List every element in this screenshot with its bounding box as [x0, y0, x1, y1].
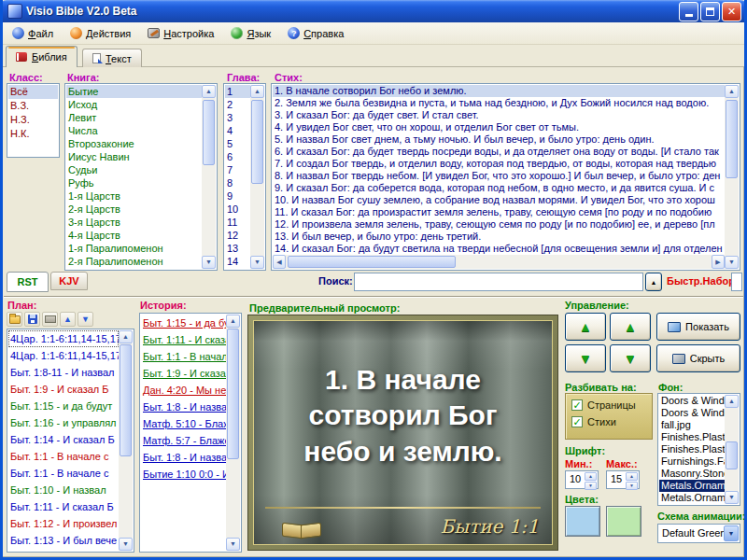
verse-hscrollbar[interactable]: ◀ ▶: [273, 255, 725, 269]
list-item[interactable]: Быт. 1:14 - И сказал Б: [8, 431, 119, 448]
close-button[interactable]: ✕: [722, 2, 741, 21]
list-item[interactable]: Doors & Window: [659, 407, 725, 419]
scroll-down-icon[interactable]: ▼: [250, 256, 264, 269]
list-item[interactable]: 13. И был вечер, и было утро: день трети…: [273, 231, 725, 243]
plan-open-button[interactable]: [7, 312, 22, 327]
color-swatch-green[interactable]: [606, 506, 641, 537]
scroll-thumb[interactable]: [251, 100, 263, 184]
scroll-up-icon[interactable]: ▲: [119, 330, 133, 343]
prev-verse-button[interactable]: ▲: [565, 313, 606, 341]
spin-down-icon[interactable]: ▼: [626, 482, 638, 490]
font-min-spinner[interactable]: 10 ▲▼: [565, 470, 599, 489]
list-item[interactable]: Всё: [8, 85, 58, 99]
title-bar[interactable]: Visio Bible V2.0 Beta ✕: [0, 0, 747, 22]
list-item[interactable]: 2-я Паралипоменон: [66, 255, 202, 268]
list-item[interactable]: Finishes.Plaster.: [659, 443, 725, 455]
list-item[interactable]: 9. И сказал Бог: да соберется вода, кото…: [273, 182, 725, 194]
list-item[interactable]: 13: [225, 242, 250, 255]
chapter-list[interactable]: 1234567891011121314 ▲ ▼: [223, 83, 266, 271]
plan-list[interactable]: 4Цар. 1:1-6:11,14-15,174Цар. 1:1-6:11,14…: [7, 329, 134, 553]
minimize-button[interactable]: [679, 2, 698, 21]
list-item[interactable]: 6: [225, 150, 250, 163]
list-item[interactable]: Дан. 4:20 - Мы не: [141, 382, 226, 399]
list-item[interactable]: Быт. 1:1 - В начале: [141, 348, 226, 365]
list-item[interactable]: 11. И сказал Бог: да произрастит земля з…: [273, 206, 725, 218]
hide-button[interactable]: Скрыть: [656, 344, 740, 372]
list-item[interactable]: Бытие: [66, 85, 202, 98]
list-item[interactable]: fall.jpg: [659, 419, 725, 431]
book-scrollbar[interactable]: ▲ ▼: [202, 85, 216, 269]
list-item[interactable]: 5. И назвал Бог свет днем, а тьму ночью.…: [273, 133, 725, 146]
maximize-button[interactable]: [700, 2, 720, 21]
scroll-thumb[interactable]: [726, 100, 738, 178]
list-item[interactable]: Матф. 5:7 - Блаженн: [141, 432, 226, 449]
tab-text[interactable]: Текст: [82, 49, 142, 67]
scroll-up-icon[interactable]: ▲: [725, 395, 739, 408]
scroll-thumb[interactable]: [288, 256, 456, 268]
list-item[interactable]: Masonry.Stone.I: [659, 468, 725, 480]
list-item[interactable]: Быт. 1:12 - И произвел: [8, 515, 119, 532]
list-item[interactable]: Левит: [66, 111, 202, 124]
list-item[interactable]: Бытие 1:10 0:0 - И н: [141, 466, 226, 483]
list-item[interactable]: Быт. 1:11 - И сказал Б: [8, 498, 119, 515]
list-item[interactable]: Быт. 1:11 - И сказал: [141, 331, 226, 348]
list-item[interactable]: Быт. 1:1 - В начале с: [8, 448, 119, 465]
list-item[interactable]: 2. Земля же была безвидна и пуста, и тьм…: [273, 97, 725, 109]
combo-arrow-icon[interactable]: ▼: [724, 525, 739, 541]
list-item[interactable]: Быт. 1:1 - В начале с: [8, 465, 119, 482]
plan-scrollbar[interactable]: ▲ ▼: [119, 330, 133, 551]
plan-save-button[interactable]: [24, 312, 40, 327]
menu-settings[interactable]: Настройка: [139, 25, 222, 42]
list-item[interactable]: 2-я Царств: [66, 203, 202, 216]
scroll-down-icon[interactable]: ▼: [119, 538, 133, 551]
tab-rst[interactable]: RST: [7, 272, 49, 292]
plan-move-up-button[interactable]: ▲: [60, 312, 76, 327]
list-item[interactable]: Быт. 1:15 - и да будут: [8, 398, 119, 414]
list-item[interactable]: Furnishings.Fabi: [659, 455, 725, 468]
class-list[interactable]: ВсёВ.З.Н.З.Н.К.: [7, 83, 60, 158]
list-item[interactable]: В.З.: [8, 99, 58, 113]
list-item[interactable]: Иисус Навин: [66, 150, 202, 163]
list-item[interactable]: 4Цар. 1:1-6:11,14-15,17: [8, 347, 119, 364]
plan-move-down-button[interactable]: ▼: [78, 312, 93, 327]
spin-down-icon[interactable]: ▼: [585, 482, 597, 490]
book-list[interactable]: БытиеИсходЛевитЧислаВторозакониеИисус На…: [64, 83, 218, 271]
list-item[interactable]: 1-я Паралипоменон: [66, 242, 202, 255]
verse-vscrollbar[interactable]: ▲ ▼: [725, 85, 739, 269]
list-item[interactable]: Судьи: [66, 163, 202, 176]
list-item[interactable]: Быт. 1:16 - и управлял: [8, 414, 119, 431]
list-item[interactable]: Быт. 1:8-11 - И назвал: [8, 364, 119, 381]
list-item[interactable]: 7. И создал Бог твердь, и отделил воду, …: [273, 158, 725, 170]
next-page-button[interactable]: ▼: [610, 344, 651, 372]
scroll-up-icon[interactable]: ▲: [725, 85, 739, 98]
list-item[interactable]: 14: [225, 255, 250, 268]
list-item[interactable]: 4: [225, 124, 250, 137]
list-item[interactable]: 4. И увидел Бог свет, что он хорош, и от…: [273, 121, 725, 133]
list-item[interactable]: Быт. 1:8 - И назвал: [141, 449, 226, 466]
scroll-left-icon[interactable]: ◀: [273, 255, 286, 269]
font-max-spinner[interactable]: 15 ▲▼: [606, 470, 640, 489]
animation-select[interactable]: Default Green ▼: [657, 524, 740, 543]
checkbox[interactable]: ✓: [571, 399, 583, 411]
scroll-down-icon[interactable]: ▼: [202, 256, 216, 269]
list-item[interactable]: Матф. 5:10 - Блажен: [141, 415, 226, 432]
tab-kjv[interactable]: KJV: [50, 272, 88, 290]
scroll-thumb[interactable]: [227, 329, 239, 459]
list-item[interactable]: 10: [225, 203, 250, 216]
spin-up-icon[interactable]: ▲: [585, 472, 597, 481]
next-verse-button[interactable]: ▼: [565, 344, 606, 372]
show-button[interactable]: Показать: [656, 313, 740, 341]
color-swatch-blue[interactable]: [565, 506, 600, 537]
list-item[interactable]: Finishes.Plaster.: [659, 431, 725, 443]
list-item[interactable]: Н.З.: [8, 113, 58, 127]
scroll-up-icon[interactable]: ▲: [202, 85, 216, 98]
scroll-thumb[interactable]: [726, 441, 738, 469]
list-item[interactable]: 4Цар. 1:1-6:11,14-15,17: [8, 330, 119, 347]
list-item[interactable]: Исход: [66, 98, 202, 111]
list-item[interactable]: 3: [225, 111, 250, 124]
list-item[interactable]: 12. И произвела земля зелень, траву, сею…: [273, 218, 725, 231]
list-item[interactable]: Быт. 1:8 - И назвал: [141, 399, 226, 415]
search-input[interactable]: [354, 273, 643, 291]
scroll-right-icon[interactable]: ▶: [712, 255, 725, 269]
list-item[interactable]: 3. И сказал Бог: да будет свет. И стал с…: [273, 109, 725, 121]
